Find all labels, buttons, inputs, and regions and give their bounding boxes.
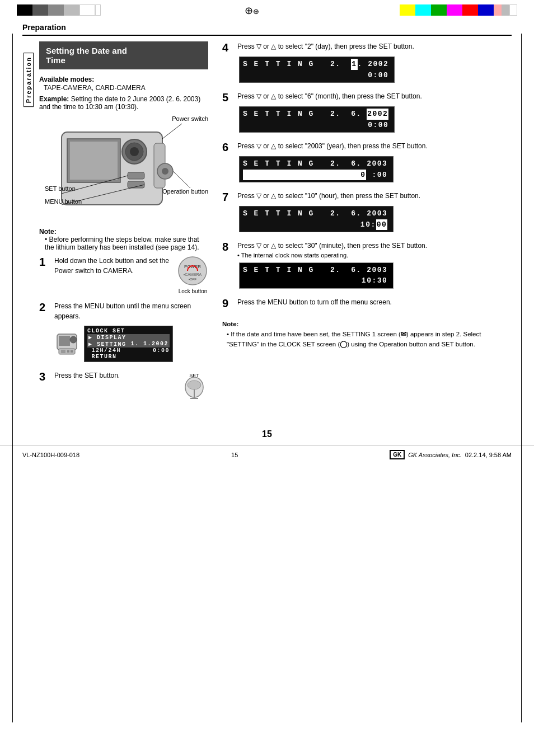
color-block-cyan (415, 4, 431, 16)
left-column-content: Setting the Date and Time Available mode… (35, 41, 208, 412)
step4-row: 4 Press ▽ or △ to select "2" (day), then… (222, 41, 512, 84)
step8-header: 8 Press ▽ or △ to select "30" (minute), … (222, 241, 512, 260)
company-name: GK Associates, Inc. (408, 452, 462, 458)
section-header-bar: Preparation (22, 23, 512, 36)
step7-text: Press ▽ or △ to select "10" (hour), then… (237, 191, 420, 201)
step6-row: 6 Press ▽ or △ to select "2003" (year), … (222, 141, 512, 184)
color-block-gray (48, 4, 64, 16)
footer-center: 15 (231, 452, 238, 458)
note1-text: • Before performing the steps below, mak… (39, 236, 208, 251)
page-number-display: 15 (22, 429, 512, 439)
footer-left: VL-NZ100H-009-018 (22, 452, 79, 458)
color-block-yellow (400, 4, 415, 16)
menu-row-display: ▶ DISPLAY (87, 334, 170, 341)
step2-text: Press the MENU button until the menu scr… (54, 301, 208, 321)
step9-row: 9 Press the MENU button to turn off the … (222, 297, 512, 310)
step7-header: 7 Press ▽ or △ to select "10" (hour), th… (222, 191, 512, 204)
step1-number: 1 (39, 256, 51, 269)
camera-diagram-area: Power switch (45, 115, 208, 223)
note2-title: Note: (222, 319, 512, 329)
menu-button-label: MENU button (45, 198, 82, 205)
step9-text: Press the MENU button to turn off the me… (237, 297, 392, 307)
step3-text: Press the SET button. (54, 372, 120, 379)
crosshair-center: ⊕ (245, 4, 256, 16)
svg-point-6 (130, 147, 139, 156)
color-block-white (79, 4, 95, 16)
step7-display-row1: S E T T I N G 2. 6. 2003 (243, 208, 387, 219)
menu-row-clockset: CLOCK SET (87, 328, 170, 334)
step6-display: S E T T I N G 2. 6. 2003 0 :00 (239, 156, 394, 182)
note1-content: Before performing the steps below, make … (45, 236, 199, 251)
step6-number: 6 (222, 141, 235, 154)
svg-text:•CAMERA: •CAMERA (184, 273, 202, 276)
step1-text: Hold down the Lock button and set the Po… (54, 257, 169, 275)
step2-content: Press the MENU button until the menu scr… (54, 301, 208, 364)
svg-point-10 (162, 168, 168, 175)
footer-right-date: 02.2.14, 9:58 AM (465, 452, 512, 458)
title-box: Setting the Date and Time (39, 41, 208, 69)
step1-row: 1 Hold down the Lock button and set the … (39, 256, 208, 294)
step9-number: 9 (222, 297, 235, 310)
step8-row: 8 Press ▽ or △ to select "30" (minute), … (222, 241, 512, 290)
color-block-red (462, 4, 478, 16)
step6-header: 6 Press ▽ or △ to select "2003" (year), … (222, 141, 512, 154)
lock-button-label: Lock button (177, 288, 208, 294)
menu-row-setting: ▶ SETTING 1. 1.2002 (87, 341, 170, 348)
svg-rect-24 (67, 350, 69, 353)
color-block-magenta (447, 4, 462, 16)
svg-line-14 (162, 124, 182, 139)
step8-display: S E T T I N G 2. 6. 2003 10:30 (239, 262, 394, 289)
set-button-icon-area: SET (180, 370, 208, 406)
menu-row-12h: 12H/24H 0:00 (87, 348, 170, 354)
page-footer: VL-NZ100H-009-018 15 GK GK Associates, I… (0, 445, 534, 464)
color-block-white2 (95, 4, 101, 16)
step2-row: 2 Press the MENU button until the menu s… (39, 301, 208, 364)
step3-row: 3 Press the SET button. SET (39, 370, 208, 406)
color-block-lightgray2 (502, 4, 509, 16)
step4-text: Press ▽ or △ to select "2" (day), then p… (237, 41, 414, 51)
step8-content: Press ▽ or △ to select "30" (minute), th… (237, 241, 427, 260)
color-block-darkgray (32, 4, 48, 16)
svg-text:POWER: POWER (184, 264, 201, 269)
right-column: 4 Press ▽ or △ to select "2" (day), then… (222, 41, 512, 412)
step3-content: Press the SET button. (54, 370, 176, 381)
step6-display-row2: 0 :00 (243, 170, 387, 181)
step5-display-row2: 0:00 (243, 120, 388, 131)
step4-display-row2: 0:00 (243, 70, 388, 81)
set-button-label: SET button (45, 185, 76, 192)
svg-point-28 (188, 381, 201, 389)
camera-svg (45, 115, 202, 222)
left-section: Preparation Setting the Date and Time Av… (22, 41, 208, 412)
step8-display-row1: S E T T I N G 2. 6. 2003 (243, 265, 387, 276)
step8-number: 8 (222, 241, 235, 253)
available-modes-value: TAPE-CAMERA, CARD-CAMERA (44, 84, 146, 92)
step8-display-row2: 10:30 (243, 275, 387, 287)
step5-text: Press ▽ or △ to select "6" (month), then… (237, 91, 422, 101)
step5-display-row1: S E T T I N G 2. 6. 2002 (243, 109, 388, 120)
step6-display-row1: S E T T I N G 2. 6. 2003 (243, 158, 387, 170)
note1-title: Note: (39, 228, 208, 236)
step4-number: 4 (222, 41, 235, 54)
step7-number: 7 (222, 191, 235, 204)
step5-header: 5 Press ▽ or △ to select "6" (month), th… (222, 91, 512, 104)
note2-section: Note: • If the date and time have been s… (222, 319, 512, 350)
margin-line-left (12, 34, 13, 722)
step9-header: 9 Press the MENU button to turn off the … (222, 297, 512, 310)
power-switch-label: Power switch (172, 115, 208, 122)
company-logo: GK (390, 450, 405, 459)
prep-tab-container: Preparation (22, 41, 35, 412)
svg-text:•OFF: •OFF (189, 278, 196, 281)
top-decorative-bar: ⊕ (0, 0, 534, 20)
menu-camera-icon (54, 328, 79, 359)
svg-rect-20 (59, 336, 70, 346)
preparation-tab: Preparation (24, 53, 34, 107)
inner-content: Preparation Preparation Setting the Date… (0, 23, 534, 439)
step4-display-row1: S E T T I N G 2. 1. 2002 (243, 59, 388, 70)
step3-number: 3 (39, 370, 51, 383)
step5-row: 5 Press ▽ or △ to select "6" (month), th… (222, 91, 512, 134)
step2-display-area: CLOCK SET ▶ DISPLAY ▶ SETTING 1. 1.2002 (54, 324, 208, 364)
page-title: Setting the Date and Time (46, 46, 202, 65)
color-block-black (17, 4, 32, 16)
step5-number: 5 (222, 91, 235, 104)
main-layout: Preparation Setting the Date and Time Av… (22, 41, 512, 412)
